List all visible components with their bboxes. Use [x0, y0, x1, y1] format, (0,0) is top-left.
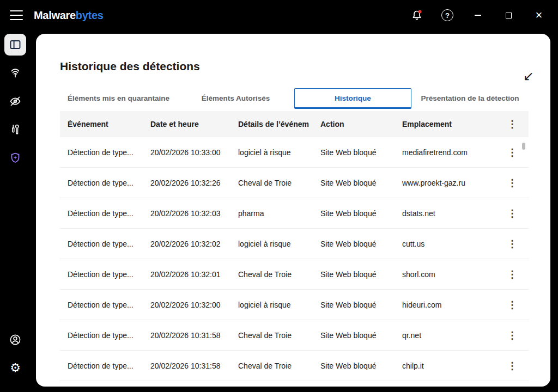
row-menu-icon[interactable]: ⋮: [504, 148, 521, 157]
table-row[interactable]: Détection de type... 20/02/2026 10:32:00…: [60, 290, 529, 320]
sidebar-item-scanner[interactable]: [4, 62, 26, 84]
event-cell: Détection de type...: [68, 362, 150, 370]
event-cell: Détection de type...: [68, 331, 150, 340]
event-cell: Détection de type...: [68, 148, 150, 157]
details-cell: Cheval de Troie: [238, 331, 320, 340]
action-cell: Site Web bloqué: [320, 301, 402, 309]
row-menu-icon[interactable]: ⋮: [504, 361, 521, 371]
table-row[interactable]: Détection de type... 20/02/2026 10:32:26…: [60, 168, 529, 198]
details-cell: logiciel à risque: [238, 148, 320, 157]
account-icon: [9, 333, 22, 346]
location-cell: mediafiretrend.com: [402, 148, 504, 157]
sidebar: ⚙: [0, 30, 31, 392]
datetime-cell: 20/02/2026 10:33:00: [150, 148, 238, 157]
row-menu-icon[interactable]: ⋮: [504, 330, 521, 340]
logo-part-bytes: bytes: [76, 9, 104, 21]
sidebar-item-tools[interactable]: [4, 119, 26, 140]
datetime-cell: 20/02/2026 10:32:02: [150, 240, 238, 248]
details-cell: logiciel à risque: [238, 240, 320, 248]
action-cell: Site Web bloqué: [320, 331, 402, 340]
location-cell: chilp.it: [402, 362, 504, 370]
gear-icon: ⚙: [10, 362, 21, 374]
row-menu-icon[interactable]: ⋮: [504, 178, 521, 188]
tab-quarantined[interactable]: Éléments mis en quarantaine: [60, 88, 177, 109]
datetime-cell: 20/02/2026 10:32:00: [150, 301, 238, 309]
tools-icon: [9, 123, 22, 136]
details-cell: pharma: [238, 209, 320, 218]
close-button[interactable]: ×: [532, 8, 546, 22]
table-row[interactable]: Détection de type... 20/02/2026 10:32:02…: [60, 229, 529, 259]
location-cell: shorl.com: [402, 270, 504, 279]
titlebar: Malwarebytes ? ×: [0, 0, 558, 30]
details-cell: Cheval de Troie: [238, 270, 320, 279]
table-row[interactable]: Détection de type... 20/02/2026 10:32:01…: [60, 259, 529, 290]
location-cell: hideuri.com: [402, 301, 504, 309]
header-location: Emplacement: [402, 120, 504, 128]
event-cell: Détection de type...: [68, 240, 150, 248]
action-cell: Site Web bloqué: [320, 270, 402, 279]
scrollbar-thumb[interactable]: [522, 143, 525, 150]
datetime-cell: 20/02/2026 10:31:58: [150, 362, 238, 370]
row-menu-icon[interactable]: ⋮: [504, 270, 521, 279]
fingerprint-icon: [9, 66, 22, 79]
row-menu-icon[interactable]: ⋮: [504, 239, 521, 249]
dashboard-icon: [9, 38, 22, 51]
action-cell: Site Web bloqué: [320, 209, 402, 218]
table-header-row: Événement Date et heure Détails de l’évé…: [60, 111, 529, 137]
sidebar-item-account[interactable]: [4, 329, 26, 351]
location-cell: www.proekt-gaz.ru: [402, 179, 504, 187]
row-menu-icon[interactable]: ⋮: [504, 300, 521, 310]
table-row[interactable]: Détection de type... 20/02/2026 10:31:58…: [60, 320, 529, 351]
sidebar-item-settings[interactable]: ⚙: [4, 357, 26, 379]
sidebar-item-privacy[interactable]: [4, 90, 26, 112]
table-menu-icon[interactable]: ⋮: [504, 119, 521, 129]
menu-icon[interactable]: [10, 10, 23, 20]
shield-advisor-icon: [9, 151, 22, 164]
datetime-cell: 20/02/2026 10:32:03: [150, 209, 238, 218]
table-row[interactable]: Détection de type... 20/02/2026 10:31:58…: [60, 351, 529, 381]
notification-dot: [418, 10, 422, 14]
help-icon[interactable]: ?: [440, 8, 454, 22]
maximize-button[interactable]: [501, 8, 515, 22]
minimize-button[interactable]: [471, 8, 485, 22]
details-cell: Cheval de Troie: [238, 179, 320, 187]
action-cell: Site Web bloqué: [320, 148, 402, 157]
header-datetime: Date et heure: [150, 120, 238, 128]
header-details: Détails de l’événem: [238, 120, 320, 128]
table-row[interactable]: Détection de type... 20/02/2026 10:33:00…: [60, 137, 529, 168]
datetime-cell: 20/02/2026 10:32:26: [150, 179, 238, 187]
notifications-bell-icon[interactable]: [410, 8, 424, 22]
tab-detection-overview[interactable]: Présentation de la détection: [411, 88, 529, 109]
collapse-arrow-icon[interactable]: ↙: [523, 70, 534, 83]
header-action: Action: [320, 120, 402, 128]
table-row[interactable]: Détection de type... 20/02/2026 10:32:03…: [60, 198, 529, 229]
details-cell: logiciel à risque: [238, 301, 320, 309]
header-event: Événement: [68, 120, 150, 128]
location-cell: cutt.us: [402, 240, 504, 248]
location-cell: qr.net: [402, 331, 504, 340]
action-cell: Site Web bloqué: [320, 179, 402, 187]
tab-allowed[interactable]: Éléments Autorisés: [177, 88, 294, 109]
datetime-cell: 20/02/2026 10:32:01: [150, 270, 238, 279]
sidebar-item-dashboard[interactable]: [4, 34, 26, 56]
main-card: ↙ Historique des détections Éléments mis…: [36, 34, 550, 387]
logo-part-malware: Malware: [34, 9, 76, 21]
eye-off-icon: [9, 95, 22, 108]
location-cell: dstats.net: [402, 209, 504, 218]
action-cell: Site Web bloqué: [320, 362, 402, 370]
page-title: Historique des détections: [60, 59, 529, 74]
tab-bar: Éléments mis en quarantaine Éléments Aut…: [60, 88, 529, 109]
event-cell: Détection de type...: [68, 179, 150, 187]
event-cell: Détection de type...: [68, 270, 150, 279]
tab-history[interactable]: Historique: [294, 88, 411, 109]
action-cell: Site Web bloqué: [320, 240, 402, 248]
sidebar-item-trusted-advisor[interactable]: [4, 147, 26, 169]
details-cell: Cheval de Troie: [238, 362, 320, 370]
app-logo: Malwarebytes: [34, 9, 104, 22]
datetime-cell: 20/02/2026 10:31:58: [150, 331, 238, 340]
event-cell: Détection de type...: [68, 301, 150, 309]
row-menu-icon[interactable]: ⋮: [504, 209, 521, 218]
event-cell: Détection de type...: [68, 209, 150, 218]
